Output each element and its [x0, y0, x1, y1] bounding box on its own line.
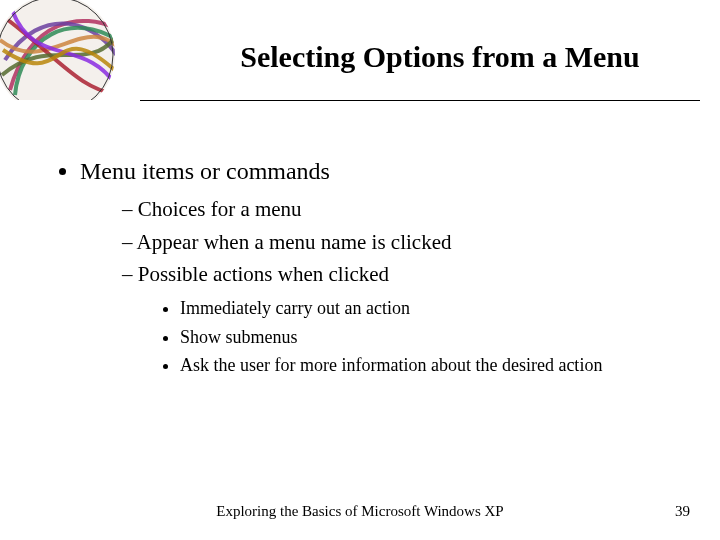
list-item: Appear when a menu name is clicked: [122, 228, 690, 256]
bullet-text: Ask the user for more information about …: [180, 355, 602, 375]
bullet-text: Possible actions when clicked: [138, 262, 389, 286]
bullet-text: Menu items or commands: [80, 158, 330, 184]
bullet-text: Immediately carry out an action: [180, 298, 410, 318]
decorative-sphere-icon: [0, 0, 130, 100]
list-item: Possible actions when clicked Immediatel…: [122, 260, 690, 377]
bullet-list-level1: Menu items or commands Choices for a men…: [50, 155, 690, 377]
page-number: 39: [675, 503, 690, 520]
list-item: Immediately carry out an action: [180, 296, 690, 320]
slide-header: Selecting Options from a Menu: [0, 0, 720, 120]
slide: Selecting Options from a Menu Menu items…: [0, 0, 720, 540]
bullet-text: Choices for a menu: [138, 197, 302, 221]
title-underline: [140, 100, 700, 101]
bullet-list-level3: Immediately carry out an action Show sub…: [122, 296, 690, 377]
bullet-list-level2: Choices for a menu Appear when a menu na…: [80, 195, 690, 377]
list-item: Show submenus: [180, 325, 690, 349]
footer-text: Exploring the Basics of Microsoft Window…: [0, 503, 720, 520]
list-item: Choices for a menu: [122, 195, 690, 223]
list-item: Ask the user for more information about …: [180, 353, 690, 377]
slide-body: Menu items or commands Choices for a men…: [50, 155, 690, 381]
bullet-text: Appear when a menu name is clicked: [137, 230, 452, 254]
slide-title: Selecting Options from a Menu: [180, 40, 700, 74]
list-item: Menu items or commands Choices for a men…: [80, 155, 690, 377]
bullet-text: Show submenus: [180, 327, 298, 347]
